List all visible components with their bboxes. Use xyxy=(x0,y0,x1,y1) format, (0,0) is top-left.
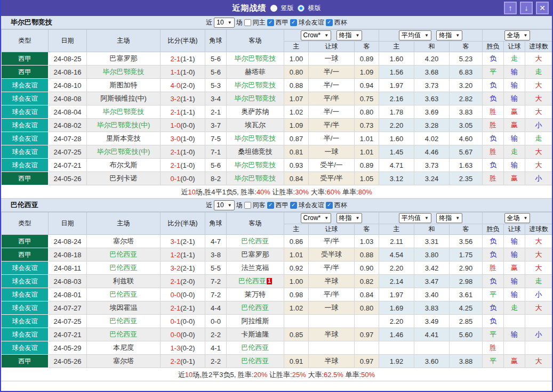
league-cup-checkbox[interactable]: ✓ xyxy=(326,19,333,26)
same-venue-checkbox[interactable] xyxy=(244,202,251,209)
same-venue-checkbox[interactable] xyxy=(244,19,251,26)
vertical-layout-label[interactable]: 竖版 xyxy=(281,4,294,13)
corner-count: 5-6 xyxy=(205,66,227,79)
table-row: 球会友谊24-07-25巴伦西亚0-1(0-0)0-0阿拉维斯2.203.492… xyxy=(2,315,552,328)
result-group-header: 全场▼ xyxy=(483,213,552,224)
move-up-button[interactable]: ↑ xyxy=(504,2,517,14)
same-venue-label[interactable]: 同主 xyxy=(253,18,266,27)
match-score: 2-1(1-0) xyxy=(161,159,205,172)
filter-bar: 毕尔巴鄂竞技 近 10▼ 场 同主 ✓ 西甲 ✓ 球会友谊 ✓ 西杯 xyxy=(1,16,552,29)
odds-index-select[interactable]: 终指▼ xyxy=(336,30,363,40)
away-team: 桑坦德竞技 xyxy=(227,145,284,159)
match-date: 24-05-26 xyxy=(49,355,87,368)
odds-away: 0.80 xyxy=(355,105,379,119)
match-score: 0-1(0-0) xyxy=(161,172,205,185)
home-team: 毕尔巴鄂竞技(中) xyxy=(87,145,161,159)
table-row: 球会友谊24-08-03利兹联2-1(2-0)7-2巴伦西亚11.00半球0.8… xyxy=(2,275,552,288)
halftime-score: (2-1) xyxy=(180,238,195,246)
avg-index-select[interactable]: 终指▼ xyxy=(436,213,462,223)
dropdown-arrow-icon: ▼ xyxy=(424,216,429,220)
odds-away: 0.80 xyxy=(355,301,379,315)
result-outcome: 胜 xyxy=(483,172,504,185)
summary-segment: 30% xyxy=(295,188,309,196)
avg-home: 2.20 xyxy=(379,315,414,328)
odds-home: 1.01 xyxy=(284,248,309,262)
league-friendly-label[interactable]: 球会友谊 xyxy=(299,18,324,27)
match-type-badge: 西甲 xyxy=(2,248,49,262)
avg-home: 2.16 xyxy=(379,92,414,105)
avg-index-select[interactable]: 终指▼ xyxy=(436,30,462,40)
odds-handicap: 平/半 xyxy=(309,262,355,275)
summary-segment: 大率: xyxy=(306,371,324,379)
odds-away: 0.97 xyxy=(355,328,379,341)
avg-draw: 4.46 xyxy=(414,145,450,159)
horizontal-layout-label[interactable]: 横版 xyxy=(308,4,321,13)
dropdown-arrow-icon: ▼ xyxy=(455,216,460,220)
col-header-avg-away: 客 xyxy=(450,224,483,235)
result-goals: 走 xyxy=(525,66,552,79)
league-laliga-label[interactable]: 西甲 xyxy=(276,18,288,27)
table-row: 球会友谊24-08-10斯图加特4-0(2-0)5-3毕尔巴鄂竞技0.88半/一… xyxy=(2,79,552,92)
avg-draw: 3.40 xyxy=(414,288,450,301)
col-header-result-handicap: 让球 xyxy=(504,42,525,52)
odds-index-select[interactable]: 终指▼ xyxy=(336,213,363,223)
recent-count-value: 10 xyxy=(217,19,223,26)
league-cup-checkbox[interactable]: ✓ xyxy=(326,202,333,209)
halftime-score: (0-0) xyxy=(180,317,195,325)
col-header-home: 主场 xyxy=(87,213,161,235)
odds-source-select[interactable]: Crow*▼ xyxy=(301,30,332,40)
scope-select[interactable]: 全场▼ xyxy=(504,213,531,223)
odds-home: 1.02 xyxy=(284,105,309,119)
col-header-score: 比分(半场) xyxy=(161,30,205,52)
match-type-badge: 西甲 xyxy=(2,235,49,248)
halftime-score: (1-1) xyxy=(180,251,195,259)
league-laliga-label[interactable]: 西甲 xyxy=(276,201,288,210)
avg-home: 1.46 xyxy=(379,328,414,341)
odds-away xyxy=(355,341,379,355)
result-goals: 小 xyxy=(525,328,552,341)
recent-count-select[interactable]: 10▼ xyxy=(214,18,234,28)
odds-away xyxy=(355,315,379,328)
move-down-button[interactable]: ↓ xyxy=(520,2,533,14)
result-handicap: 赢 xyxy=(504,262,525,275)
avg-away: 3.88 xyxy=(450,355,483,368)
odds-source-value: Crow* xyxy=(303,214,321,222)
avg-index-value: 终指 xyxy=(439,214,452,223)
section-summary: 近10场,胜4平1负5, 胜率:40% 让胜率:30% 大率:60% 单率:80… xyxy=(1,185,552,199)
league-friendly-checkbox[interactable]: ✓ xyxy=(290,202,297,209)
same-venue-label[interactable]: 同客 xyxy=(253,201,266,210)
league-cup-label[interactable]: 西杯 xyxy=(334,201,347,210)
league-cup-label[interactable]: 西杯 xyxy=(334,18,347,27)
league-friendly-checkbox[interactable]: ✓ xyxy=(290,19,297,26)
close-button[interactable]: ✕ xyxy=(536,2,549,14)
match-date: 24-08-16 xyxy=(49,66,87,79)
col-header-result-wdl: 胜负 xyxy=(483,42,504,52)
horizontal-layout-radio[interactable] xyxy=(298,5,304,12)
dropdown-arrow-icon: ▼ xyxy=(455,33,460,38)
result-outcome: 负 xyxy=(483,159,504,172)
scope-select[interactable]: 全场▼ xyxy=(504,30,531,40)
avg-source-select[interactable]: 平均值▼ xyxy=(399,213,431,223)
league-friendly-label[interactable]: 球会友谊 xyxy=(299,201,324,210)
avg-source-select[interactable]: 平均值▼ xyxy=(399,30,431,40)
match-date: 24-07-21 xyxy=(49,328,87,341)
match-type-badge: 球会友谊 xyxy=(2,341,49,355)
league-laliga-checkbox[interactable]: ✓ xyxy=(267,19,274,26)
dropdown-arrow-icon: ▼ xyxy=(356,33,360,38)
recent-count-select[interactable]: 10▼ xyxy=(214,200,234,210)
result-goals: 走 xyxy=(525,132,552,145)
result-handicap xyxy=(504,341,525,355)
near-label: 近 xyxy=(206,201,212,210)
result-handicap: 赢 xyxy=(504,355,525,368)
odds-away: 0.84 xyxy=(355,288,379,301)
match-type-badge: 球会友谊 xyxy=(2,301,49,315)
league-laliga-checkbox[interactable]: ✓ xyxy=(267,202,274,209)
match-type-badge: 球会友谊 xyxy=(2,288,49,301)
halftime-score: (1-1) xyxy=(180,95,195,103)
table-row: 球会友谊24-08-04毕尔巴鄂竞技2-1(1-1)2-1奥萨苏纳1.02半/一… xyxy=(2,105,552,119)
away-team: 埃瓦尔 xyxy=(227,119,284,132)
vertical-layout-radio[interactable] xyxy=(270,5,277,12)
halftime-score: (1-0) xyxy=(180,135,195,143)
result-outcome: 负 xyxy=(483,132,504,145)
odds-source-select[interactable]: Crow*▼ xyxy=(301,213,332,223)
